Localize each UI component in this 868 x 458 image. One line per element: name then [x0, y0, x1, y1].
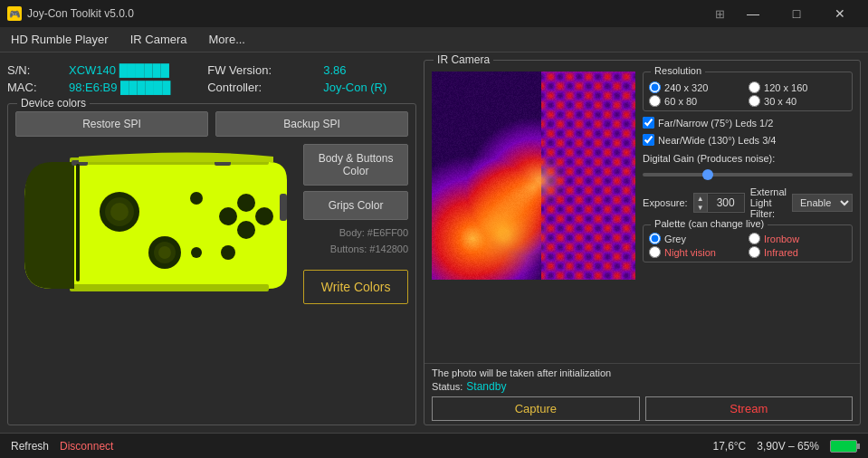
res-240x320-radio[interactable] — [649, 81, 661, 93]
ctrl-value: Joy-Con (R) — [323, 81, 416, 94]
stream-button[interactable]: Stream — [645, 396, 853, 421]
far-narrow-checkbox[interactable] — [643, 117, 654, 129]
exposure-label: Exposure: — [643, 197, 688, 208]
near-wide-checkbox[interactable] — [643, 134, 654, 146]
res-240x320-label: 240 x 320 — [664, 82, 708, 93]
battery-tip — [857, 444, 860, 449]
palette-infrared-label: Infrared — [764, 247, 798, 258]
res-120x160-label: 120 x 160 — [764, 82, 807, 93]
device-colors-legend: Device colors — [17, 97, 90, 110]
capture-button[interactable]: Capture — [432, 396, 639, 421]
device-colors-group: Device colors Restore SPI Backup SPI — [7, 103, 416, 425]
grips-color-button[interactable]: Grips Color — [303, 191, 408, 220]
photo-note: The photo will be taken after initializa… — [432, 367, 853, 378]
res-30x40-row: 30 x 40 — [749, 95, 846, 107]
menu-ir-camera[interactable]: IR Camera — [119, 29, 198, 50]
svg-point-9 — [237, 221, 255, 239]
left-panel: S/N: XCW140 ██████ FW Version: 3.86 MAC:… — [7, 60, 416, 425]
res-30x40-label: 30 x 40 — [764, 96, 796, 107]
temperature-display: 17,6°C — [712, 440, 746, 453]
menubar: HD Rumble Player IR Camera More... — [0, 27, 868, 52]
close-button[interactable]: ✕ — [819, 0, 861, 27]
controller-area: Body & Buttons Color Grips Color Body: #… — [15, 144, 408, 304]
maximize-button[interactable]: □ — [776, 0, 817, 27]
battery-bar — [830, 440, 857, 453]
palette-grey-row: Grey — [649, 233, 747, 244]
palette-grey-label: Grey — [664, 234, 686, 244]
write-colors-button[interactable]: Write Colors — [303, 270, 408, 304]
palette-legend: Palette (can change live) — [651, 218, 768, 229]
res-60x80-label: 60 x 80 — [664, 96, 697, 107]
restore-spi-button[interactable]: Restore SPI — [15, 111, 208, 137]
ir-camera-image — [432, 72, 635, 280]
sn-label: S/N: — [7, 63, 62, 77]
exposure-row: Exposure: ▲ ▼ 300 External Light Filter:… — [643, 186, 853, 219]
ir-camera-panel: IR Camera Resolution 240 x 320 — [424, 60, 861, 425]
camera-layout: Resolution 240 x 320 120 x 160 60 x 8 — [424, 64, 860, 363]
palette-night-row: Night vision — [649, 246, 747, 258]
fw-label: FW Version: — [207, 63, 316, 77]
far-narrow-label: Far/Narrow (75°) Leds 1/2 — [658, 118, 773, 129]
ext-light-label: External Light Filter: — [750, 186, 787, 219]
refresh-link[interactable]: Refresh — [11, 440, 49, 453]
battery-text: 3,90V – 65% — [757, 440, 819, 453]
joycon-display — [15, 144, 296, 298]
far-narrow-row: Far/Narrow (75°) Leds 1/2 — [643, 117, 853, 129]
resolution-legend: Resolution — [651, 65, 705, 76]
svg-point-6 — [110, 203, 129, 221]
gain-label: Digital Gain (Produces noise): — [643, 153, 853, 164]
palette-ironbow-radio[interactable] — [749, 233, 760, 244]
camera-bottom: The photo will be taken after initializa… — [424, 363, 860, 425]
minimize-button[interactable]: — — [732, 0, 774, 27]
palette-infrared-row: Infrared — [749, 246, 846, 258]
fw-value: 3.86 — [323, 63, 416, 77]
res-60x80-row: 60 x 80 — [649, 95, 747, 107]
ext-light-select[interactable]: Enable Disable — [792, 194, 853, 212]
body-hex: Body: #E6FF00 — [303, 225, 408, 242]
app-icon: 🎮 — [7, 6, 22, 21]
spin-up-arrow[interactable]: ▲ — [694, 194, 707, 203]
palette-group: Palette (can change live) Grey Ironbow — [643, 224, 853, 262]
app-title: Joy-Con Toolkit v5.0.0 — [27, 7, 715, 20]
palette-grey-radio[interactable] — [649, 233, 661, 244]
res-120x160-radio[interactable] — [749, 81, 760, 93]
palette-night-radio[interactable] — [649, 246, 661, 258]
svg-point-7 — [219, 207, 237, 225]
near-wide-row: Near/Wide (130°) Leds 3/4 — [643, 134, 853, 146]
svg-point-12 — [221, 245, 235, 260]
statusbar: Refresh Disconnect 17,6°C 3,90V – 65% — [0, 433, 868, 458]
svg-point-10 — [255, 207, 273, 225]
gain-slider[interactable] — [643, 173, 853, 177]
disconnect-link[interactable]: Disconnect — [60, 440, 113, 453]
svg-rect-1 — [70, 284, 269, 291]
palette-ironbow-row: Ironbow — [749, 233, 846, 244]
exposure-spinbox: ▲ ▼ 300 — [693, 193, 745, 213]
ir-canvas — [432, 72, 635, 280]
menu-hd-rumble[interactable]: HD Rumble Player — [0, 29, 119, 50]
res-30x40-radio[interactable] — [749, 95, 760, 107]
svg-point-13 — [191, 247, 202, 258]
info-section: S/N: XCW140 ██████ FW Version: 3.86 MAC:… — [7, 60, 416, 98]
svg-point-11 — [190, 192, 203, 205]
ctrl-label: Controller: — [207, 81, 316, 94]
svg-point-8 — [237, 194, 255, 212]
svg-rect-17 — [280, 194, 287, 221]
res-240x320-row: 240 x 320 — [649, 81, 747, 93]
body-buttons-color-button[interactable]: Body & Buttons Color — [303, 144, 408, 186]
resolution-group: Resolution 240 x 320 120 x 160 60 x 8 — [643, 72, 853, 111]
ir-camera-legend: IR Camera — [434, 53, 493, 66]
spin-down-arrow[interactable]: ▼ — [694, 203, 707, 212]
color-info: Body: #E6FF00 Buttons: #142800 — [303, 225, 408, 257]
exposure-value[interactable]: 300 — [708, 195, 744, 211]
res-120x160-row: 120 x 160 — [749, 81, 846, 93]
status-value: Standby — [466, 380, 506, 393]
res-60x80-radio[interactable] — [649, 95, 661, 107]
backup-spi-button[interactable]: Backup SPI — [215, 111, 408, 137]
near-wide-label: Near/Wide (130°) Leds 3/4 — [658, 135, 776, 146]
digital-gain-container: Digital Gain (Produces noise): — [643, 151, 853, 181]
window-icon: ⊞ — [715, 7, 725, 21]
camera-controls: Resolution 240 x 320 120 x 160 60 x 8 — [643, 72, 853, 356]
menu-more[interactable]: More... — [198, 29, 256, 50]
palette-infrared-radio[interactable] — [749, 246, 760, 258]
svg-rect-19 — [76, 164, 80, 281]
